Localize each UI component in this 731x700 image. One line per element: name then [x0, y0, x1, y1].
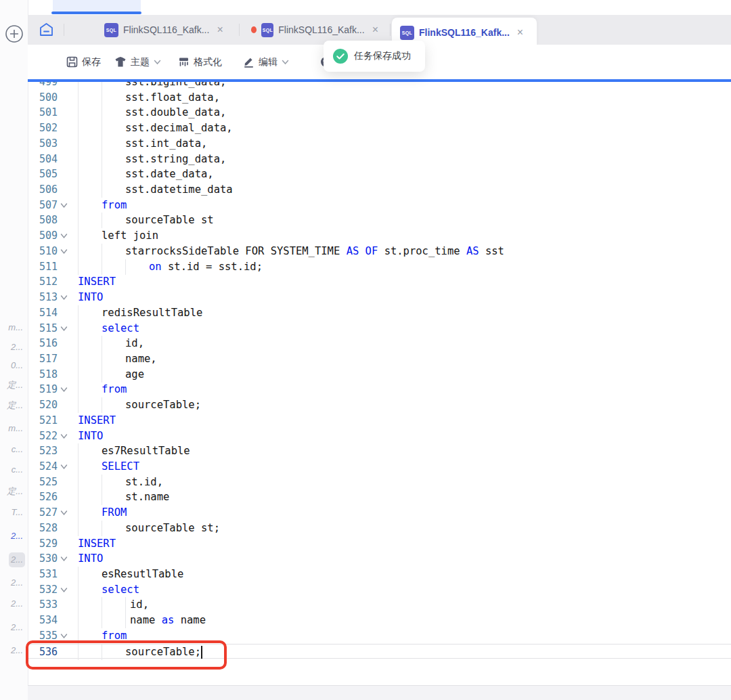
line-number: 514	[28, 305, 58, 321]
fold-chevron-icon[interactable]	[60, 202, 68, 209]
tab-separator	[239, 24, 240, 36]
bottom-panel-header[interactable]	[28, 685, 731, 700]
rail-item[interactable]: m...	[6, 320, 25, 335]
rail-item[interactable]: T...	[9, 505, 25, 520]
rail-item[interactable]: 定...	[5, 398, 25, 413]
fold-chevron-icon[interactable]	[60, 387, 68, 393]
code-line[interactable]: 505sst.date_data,	[28, 167, 731, 182]
code-line[interactable]: 510starrocksSideTable FOR SYSTEM_TIME AS…	[28, 244, 731, 259]
editor-tab[interactable]: SQLFlinkSQL116_Kafk...×	[96, 15, 236, 45]
rail-item[interactable]: 2...	[9, 620, 25, 635]
add-tab-button[interactable]	[5, 24, 24, 43]
code-text: sst.decimal_data,	[125, 121, 233, 136]
code-line[interactable]: 531esResutlTable	[28, 567, 731, 582]
chevron-down-icon	[60, 202, 68, 209]
code-line[interactable]: 518age	[28, 367, 731, 382]
code-line[interactable]: 530INTO	[28, 551, 731, 567]
toolbar-button-edit[interactable]: 编辑	[243, 45, 289, 79]
indent-guide	[102, 475, 102, 490]
rail-item[interactable]: 2...	[9, 529, 25, 544]
rail-item[interactable]: c...	[9, 442, 25, 457]
line-number: 526	[28, 489, 58, 505]
rail-item[interactable]: 定...	[5, 378, 25, 393]
code-line[interactable]: 507from	[28, 198, 731, 213]
fold-chevron-icon[interactable]	[60, 233, 68, 239]
code-line[interactable]: 500sst.float_data,	[28, 90, 731, 106]
keyword-token: select	[102, 322, 139, 334]
code-text: from	[102, 382, 127, 397]
tab-close-icon[interactable]: ×	[217, 24, 223, 35]
tab-close-icon[interactable]: ×	[372, 24, 378, 35]
toolbar-button-theme[interactable]: 主题	[114, 45, 161, 79]
line-number: 504	[28, 152, 58, 167]
code-line[interactable]: 517name,	[28, 351, 731, 367]
save-success-toast: 任务保存成功	[324, 41, 425, 72]
indent-guide	[102, 213, 102, 228]
indent-guide	[78, 305, 79, 321]
code-line[interactable]: 519from	[28, 382, 731, 397]
rail-item[interactable]: m...	[6, 421, 25, 436]
code-line[interactable]: 502sst.decimal_data,	[28, 121, 731, 136]
code-line[interactable]: 512INSERT	[28, 274, 731, 290]
code-editor[interactable]: 499sst.bigint_data,500sst.float_data,501…	[28, 0, 731, 685]
code-line[interactable]: 532select	[28, 582, 731, 598]
indent-guide	[78, 567, 79, 582]
indent-guide	[78, 397, 79, 413]
code-line[interactable]: 513INTO	[28, 290, 731, 305]
fold-chevron-icon[interactable]	[60, 433, 68, 439]
fold-chevron-icon[interactable]	[60, 326, 68, 332]
code-line[interactable]: 506sst.datetime_data	[28, 182, 731, 198]
code-line[interactable]: 521INSERT	[28, 413, 731, 429]
code-line[interactable]: 524SELECT	[28, 459, 731, 475]
code-line[interactable]: 504sst.string_data,	[28, 152, 731, 167]
indent-guide	[102, 351, 102, 367]
code-line[interactable]: 528sourceTable st;	[28, 521, 731, 536]
code-line[interactable]: 534name as name	[28, 613, 731, 628]
code-line[interactable]: 529INSERT	[28, 536, 731, 552]
rail-item[interactable]: c...	[9, 462, 25, 477]
code-line[interactable]: 503sst.int_data,	[28, 136, 731, 152]
rail-item[interactable]: 2...	[9, 575, 25, 590]
fold-chevron-icon[interactable]	[60, 464, 68, 470]
code-line[interactable]: 522INTO	[28, 429, 731, 444]
code-line[interactable]: 511on st.id = sst.id;	[28, 259, 731, 275]
indent-guide	[102, 397, 102, 413]
code-line[interactable]: 533id,	[28, 597, 731, 613]
rail-item[interactable]: 2...	[9, 552, 25, 567]
code-text: select	[102, 321, 139, 336]
toolbar-button-format[interactable]: 格式化	[178, 45, 222, 79]
home-tab-button[interactable]	[39, 22, 54, 37]
code-line[interactable]: 501sst.double_data,	[28, 105, 731, 121]
fold-chevron-icon[interactable]	[60, 633, 68, 639]
toolbar-button-label: 保存	[82, 56, 101, 68]
code-line[interactable]: 526st.name	[28, 489, 731, 505]
fold-chevron-icon[interactable]	[60, 587, 68, 593]
fold-chevron-icon[interactable]	[60, 510, 68, 516]
rail-item[interactable]: 2...	[9, 340, 25, 355]
code-line[interactable]: 509left join	[28, 228, 731, 244]
toolbar-button-save[interactable]: 保存	[66, 45, 101, 79]
code-line[interactable]: 516id,	[28, 336, 731, 351]
fold-chevron-icon[interactable]	[60, 248, 68, 255]
rail-item[interactable]: 2...	[9, 643, 25, 658]
tab-close-icon[interactable]: ×	[517, 27, 523, 38]
fold-chevron-icon[interactable]	[60, 294, 68, 301]
code-line[interactable]: 525st.id,	[28, 475, 731, 490]
code-line[interactable]: 523es7ResultTable	[28, 443, 731, 459]
fold-chevron-icon[interactable]	[60, 556, 68, 562]
line-number: 509	[28, 228, 58, 244]
keyword-token: FROM	[102, 506, 127, 519]
code-line[interactable]: 508sourceTable st	[28, 213, 731, 228]
edit-icon	[243, 56, 254, 68]
code-token: sst	[479, 245, 504, 257]
code-text: INTO	[78, 290, 103, 305]
code-line[interactable]: 527FROM	[28, 505, 731, 521]
rail-item[interactable]: 2...	[9, 596, 25, 611]
rail-item[interactable]: 定...	[5, 484, 25, 499]
code-line[interactable]: 515select	[28, 321, 731, 336]
tab-separator	[64, 24, 64, 36]
code-line[interactable]: 514redisResultTable	[28, 305, 731, 321]
line-number: 532	[28, 582, 58, 598]
rail-item[interactable]: 0...	[9, 358, 25, 373]
code-line[interactable]: 520sourceTable;	[28, 397, 731, 413]
